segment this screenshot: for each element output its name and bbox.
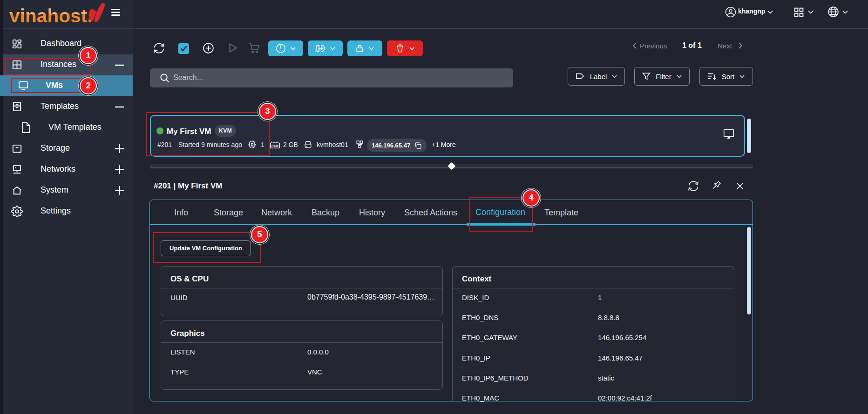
svg-text:RAM: RAM — [271, 144, 278, 147]
